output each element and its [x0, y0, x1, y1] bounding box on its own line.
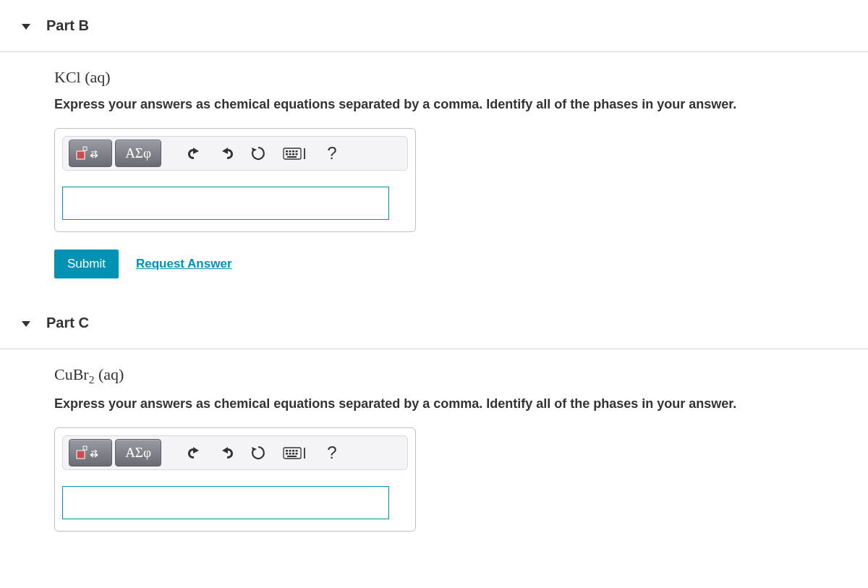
help-button[interactable]: ?	[319, 443, 345, 463]
reset-button[interactable]	[244, 438, 273, 467]
equation-input[interactable]	[62, 486, 389, 519]
equation-toolbar: ΑΣφ	[62, 435, 408, 470]
help-button[interactable]: ?	[319, 143, 345, 163]
svg-rect-5	[292, 150, 294, 153]
part-b-header[interactable]: Part B	[0, 0, 868, 52]
svg-rect-7	[286, 153, 288, 155]
part-c-header[interactable]: Part C	[0, 297, 868, 349]
svg-rect-0	[77, 151, 85, 159]
keyboard-button[interactable]	[276, 145, 316, 161]
templates-button[interactable]	[69, 140, 112, 167]
svg-rect-10	[296, 153, 298, 155]
submit-button[interactable]: Submit	[54, 250, 119, 278]
greek-symbols-button[interactable]: ΑΣφ	[115, 439, 161, 466]
svg-rect-13	[77, 451, 85, 459]
svg-rect-23	[296, 453, 298, 455]
request-answer-link[interactable]: Request Answer	[136, 257, 232, 271]
part-b-title: Part B	[46, 17, 89, 34]
svg-rect-17	[289, 450, 292, 452]
svg-rect-14	[83, 446, 87, 450]
svg-rect-22	[292, 453, 294, 455]
redo-button[interactable]	[212, 438, 241, 467]
caret-down-icon	[22, 24, 30, 30]
action-row: Submit Request Answer	[54, 250, 854, 278]
greek-label: ΑΣφ	[125, 445, 151, 461]
svg-rect-9	[292, 153, 294, 155]
svg-rect-24	[287, 456, 297, 457]
equation-toolbar: ΑΣφ	[62, 136, 408, 171]
instruction-text: Express your answers as chemical equatio…	[54, 97, 854, 112]
svg-rect-19	[296, 450, 298, 452]
svg-rect-3	[286, 150, 288, 153]
svg-rect-21	[289, 453, 292, 455]
svg-rect-18	[292, 450, 294, 452]
svg-rect-8	[289, 153, 292, 155]
answer-widget: ΑΣφ	[54, 128, 416, 232]
help-label: ?	[327, 143, 336, 163]
undo-button[interactable]	[180, 139, 209, 168]
svg-rect-11	[287, 156, 297, 158]
chemical-formula: CuBr2 (aq)	[54, 365, 854, 386]
svg-rect-1	[83, 147, 87, 150]
templates-button[interactable]	[69, 439, 112, 466]
help-label: ?	[327, 443, 336, 463]
caret-down-icon	[22, 321, 30, 327]
equation-input[interactable]	[62, 187, 389, 220]
svg-rect-20	[286, 453, 288, 455]
greek-label: ΑΣφ	[125, 145, 151, 161]
answer-widget: ΑΣφ	[54, 427, 416, 532]
greek-symbols-button[interactable]: ΑΣφ	[115, 140, 161, 167]
part-c-title: Part C	[46, 315, 89, 331]
part-c-body: CuBr2 (aq) Express your answers as chemi…	[0, 349, 868, 568]
undo-button[interactable]	[180, 438, 209, 467]
redo-button[interactable]	[212, 139, 241, 168]
keyboard-button[interactable]	[276, 445, 316, 461]
svg-rect-4	[289, 150, 292, 153]
svg-rect-6	[296, 150, 298, 153]
svg-rect-16	[286, 450, 288, 452]
part-b-body: KCl (aq) Express your answers as chemica…	[0, 52, 868, 297]
chemical-formula: KCl (aq)	[54, 68, 854, 87]
instruction-text: Express your answers as chemical equatio…	[54, 396, 854, 412]
reset-button[interactable]	[244, 139, 273, 168]
